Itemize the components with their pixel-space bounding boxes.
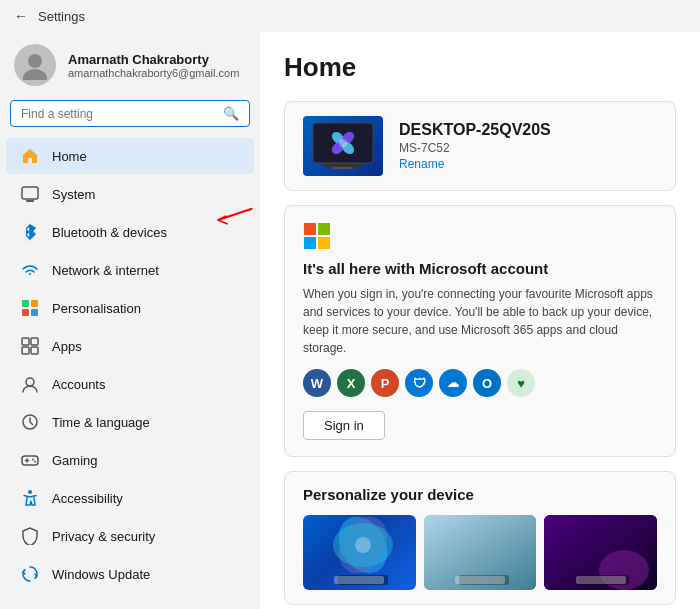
svg-rect-14 bbox=[22, 456, 38, 465]
svg-point-16 bbox=[34, 461, 36, 463]
sidebar-item-apps[interactable]: Apps bbox=[6, 328, 254, 364]
sidebar-item-accounts[interactable]: Accounts bbox=[6, 366, 254, 402]
personalize-section: Personalize your device bbox=[284, 471, 676, 605]
network-icon bbox=[20, 260, 40, 280]
sidebar-item-update[interactable]: Windows Update bbox=[6, 556, 254, 592]
sidebar-item-home[interactable]: Home bbox=[6, 138, 254, 174]
sidebar-item-privacy[interactable]: Privacy & security bbox=[6, 518, 254, 554]
svg-rect-3 bbox=[26, 200, 34, 202]
sidebar-label-bluetooth: Bluetooth & devices bbox=[52, 225, 167, 240]
sidebar-item-gaming[interactable]: Gaming bbox=[6, 442, 254, 478]
svg-rect-4 bbox=[22, 309, 29, 316]
sidebar-label-accessibility: Accessibility bbox=[52, 491, 123, 506]
teams-icon: ♥ bbox=[507, 369, 535, 397]
time-icon bbox=[20, 412, 40, 432]
sidebar-item-network[interactable]: Network & internet bbox=[6, 252, 254, 288]
system-icon bbox=[20, 184, 40, 204]
svg-rect-40 bbox=[579, 575, 629, 585]
svg-rect-2 bbox=[22, 187, 38, 199]
back-button[interactable]: ← bbox=[14, 8, 28, 24]
svg-point-15 bbox=[32, 459, 34, 461]
sidebar-item-time[interactable]: Time & language bbox=[6, 404, 254, 440]
svg-point-17 bbox=[28, 490, 32, 494]
svg-rect-9 bbox=[31, 338, 38, 345]
privacy-icon bbox=[20, 526, 40, 546]
svg-rect-26 bbox=[333, 167, 353, 169]
svg-rect-7 bbox=[31, 300, 38, 307]
user-name: Amarnath Chakraborty bbox=[68, 52, 239, 67]
ms-account-card: It's all here with Microsoft account Whe… bbox=[284, 205, 676, 457]
sidebar-label-personalisation: Personalisation bbox=[52, 301, 141, 316]
svg-point-1 bbox=[23, 69, 47, 80]
sidebar-label-gaming: Gaming bbox=[52, 453, 98, 468]
sidebar-item-bluetooth[interactable]: Bluetooth & devices bbox=[6, 214, 254, 250]
sidebar-label-system: System bbox=[52, 187, 95, 202]
svg-rect-37 bbox=[459, 575, 509, 585]
device-name: DESKTOP-25QV20S bbox=[399, 121, 551, 139]
device-info: DESKTOP-25QV20S MS-7C52 Rename bbox=[399, 121, 551, 171]
svg-rect-28 bbox=[318, 223, 330, 235]
svg-rect-30 bbox=[318, 237, 330, 249]
user-info: Amarnath Chakraborty amarnathchakraborty… bbox=[68, 52, 239, 79]
accessibility-icon bbox=[20, 488, 40, 508]
wallpaper-thumb-3[interactable] bbox=[544, 515, 657, 590]
ms-logo bbox=[303, 222, 657, 250]
svg-rect-6 bbox=[22, 300, 29, 307]
excel-icon: X bbox=[337, 369, 365, 397]
sidebar-item-accessibility[interactable]: Accessibility bbox=[6, 480, 254, 516]
svg-rect-29 bbox=[304, 237, 316, 249]
device-thumbnail bbox=[303, 116, 383, 176]
svg-rect-8 bbox=[22, 338, 29, 345]
gaming-icon bbox=[20, 450, 40, 470]
page-title: Home bbox=[284, 52, 676, 83]
update-icon bbox=[20, 564, 40, 584]
device-card: DESKTOP-25QV20S MS-7C52 Rename bbox=[284, 101, 676, 191]
search-icon: 🔍 bbox=[223, 106, 239, 121]
svg-rect-10 bbox=[22, 347, 29, 354]
onedrive-icon: ☁ bbox=[439, 369, 467, 397]
sidebar-item-personalisation[interactable]: Personalisation bbox=[6, 290, 254, 326]
user-email: amarnathchakraborty6@gmail.com bbox=[68, 67, 239, 79]
defender-icon: 🛡 bbox=[405, 369, 433, 397]
svg-rect-25 bbox=[323, 164, 363, 167]
bluetooth-icon bbox=[20, 222, 40, 242]
ms-account-title: It's all here with Microsoft account bbox=[303, 260, 657, 277]
sidebar-label-accounts: Accounts bbox=[52, 377, 105, 392]
sign-in-button[interactable]: Sign in bbox=[303, 411, 385, 440]
rename-link[interactable]: Rename bbox=[399, 157, 551, 171]
svg-point-12 bbox=[26, 378, 34, 386]
home-icon bbox=[20, 146, 40, 166]
svg-rect-27 bbox=[304, 223, 316, 235]
powerpoint-icon: P bbox=[371, 369, 399, 397]
svg-rect-35 bbox=[338, 575, 388, 585]
personalize-title: Personalize your device bbox=[303, 486, 657, 503]
title-bar: ← Settings bbox=[0, 0, 700, 32]
wallpaper-previews bbox=[303, 515, 657, 590]
ms-account-desc: When you sign in, you're connecting your… bbox=[303, 285, 657, 357]
svg-rect-36 bbox=[424, 515, 537, 590]
sidebar-label-home: Home bbox=[52, 149, 87, 164]
search-input[interactable] bbox=[21, 107, 217, 121]
sidebar: Amarnath Chakraborty amarnathchakraborty… bbox=[0, 32, 260, 609]
search-box[interactable]: 🔍 bbox=[10, 100, 250, 127]
main-container: Amarnath Chakraborty amarnathchakraborty… bbox=[0, 32, 700, 609]
sidebar-item-system[interactable]: System bbox=[6, 176, 254, 212]
wallpaper-thumb-2[interactable] bbox=[424, 515, 537, 590]
outlook-icon: O bbox=[473, 369, 501, 397]
accounts-icon bbox=[20, 374, 40, 394]
window-title: Settings bbox=[38, 9, 85, 24]
sidebar-label-time: Time & language bbox=[52, 415, 150, 430]
wallpaper-thumb-1[interactable] bbox=[303, 515, 416, 590]
personalisation-icon bbox=[20, 298, 40, 318]
svg-point-0 bbox=[28, 54, 42, 68]
content-area: Home DESKTOP-25QV20S MS- bbox=[260, 32, 700, 609]
svg-point-34 bbox=[355, 537, 371, 553]
device-model: MS-7C52 bbox=[399, 141, 551, 155]
sidebar-label-privacy: Privacy & security bbox=[52, 529, 155, 544]
word-icon: W bbox=[303, 369, 331, 397]
sidebar-label-apps: Apps bbox=[52, 339, 82, 354]
svg-rect-5 bbox=[31, 309, 38, 316]
apps-icon bbox=[20, 336, 40, 356]
avatar bbox=[14, 44, 56, 86]
sidebar-label-network: Network & internet bbox=[52, 263, 159, 278]
